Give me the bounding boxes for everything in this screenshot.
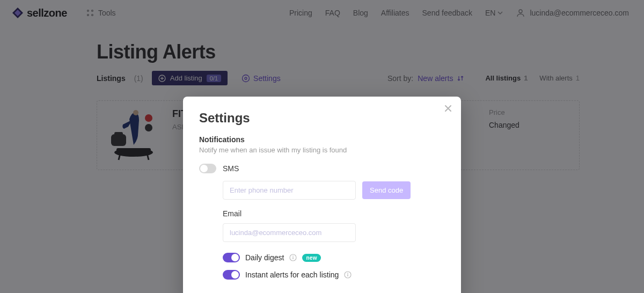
email-label: Email: [223, 209, 445, 218]
svg-point-20: [292, 255, 294, 257]
modal-overlay[interactable]: Settings Notifications Notify me when an…: [0, 0, 644, 293]
svg-rect-24: [348, 274, 348, 276]
close-icon: [444, 104, 452, 113]
instant-alerts-label: Instant alerts for each listing: [245, 270, 339, 279]
daily-digest-row: Daily digest new: [223, 253, 445, 262]
sms-label: SMS: [223, 164, 239, 173]
close-button[interactable]: [444, 104, 452, 113]
instant-alerts-row: Instant alerts for each listing: [223, 270, 445, 280]
daily-digest-label: Daily digest: [245, 253, 284, 262]
phone-input[interactable]: [223, 181, 356, 200]
daily-digest-toggle[interactable]: [223, 253, 240, 262]
info-icon[interactable]: [289, 254, 297, 261]
send-code-button[interactable]: Send code: [362, 181, 411, 199]
modal-title: Settings: [199, 111, 445, 126]
svg-rect-21: [293, 257, 294, 259]
phone-row: Send code: [223, 181, 445, 200]
sms-toggle[interactable]: [199, 164, 216, 173]
new-badge: new: [302, 254, 320, 262]
email-field[interactable]: lucinda@ecommerceceo.com: [223, 223, 356, 242]
info-icon[interactable]: [344, 271, 352, 279]
svg-point-23: [347, 273, 348, 274]
notifications-subtext: Notify me when an issue with my listing …: [199, 146, 445, 154]
sms-row: SMS: [199, 164, 445, 173]
notifications-heading: Notifications: [199, 135, 445, 144]
settings-modal: Settings Notifications Notify me when an…: [183, 97, 461, 293]
instant-alerts-toggle[interactable]: [223, 270, 240, 280]
